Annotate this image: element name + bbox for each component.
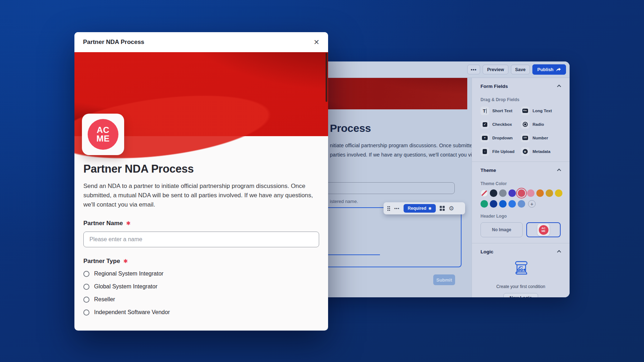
- drag-drop-fields-grid: TShort TextAbcLong Text✓CheckboxRadio▾Dr…: [480, 106, 561, 156]
- preview-button[interactable]: Preview: [483, 65, 508, 74]
- radio-circle-icon[interactable]: [83, 309, 89, 316]
- radio-option-label: Global System Integrator: [94, 283, 157, 290]
- logic-title: Logic: [480, 249, 493, 254]
- theme-color-label: Theme Color: [480, 181, 561, 186]
- save-button[interactable]: Save: [511, 65, 530, 74]
- checkbox-icon: ✓: [480, 120, 489, 129]
- logic-condition-illustration-icon: [512, 261, 530, 278]
- collapse-chevron-icon[interactable]: [557, 169, 561, 173]
- field-settings-gear-icon[interactable]: ⚙: [449, 205, 454, 212]
- theme-color-red-selected[interactable]: [518, 189, 525, 197]
- radio-circle-icon[interactable]: [83, 297, 89, 303]
- field-type-short-text[interactable]: TShort Text: [480, 106, 521, 115]
- form-fields-section-header[interactable]: Form Fields: [480, 82, 561, 90]
- field-type-checkbox[interactable]: ✓Checkbox: [480, 120, 521, 129]
- canvas-text-input[interactable]: [308, 182, 455, 194]
- field-type-number[interactable]: 123Number: [521, 134, 561, 142]
- theme-color-blue[interactable]: [499, 200, 507, 208]
- header-logo-label: Header Logo: [480, 214, 561, 219]
- theme-color-pink[interactable]: [527, 189, 535, 197]
- radio-option-label: Reseller: [94, 296, 115, 303]
- field-type-dropdown[interactable]: ▾Dropdown: [480, 134, 521, 142]
- theme-color-green[interactable]: [480, 200, 488, 208]
- theme-color-purple[interactable]: [508, 189, 516, 197]
- metadata-icon: M: [521, 147, 530, 156]
- theme-section-header[interactable]: Theme: [480, 166, 561, 174]
- theme-color-row-2: +: [480, 200, 561, 208]
- field-more-button[interactable]: •••: [394, 206, 400, 210]
- long-text-icon: Abc: [521, 106, 530, 115]
- theme-color-bright-blue[interactable]: [508, 200, 516, 208]
- section-divider: [472, 162, 570, 162]
- theme-color-black[interactable]: [490, 189, 497, 197]
- radio-option-label: Independent Software Vendor: [94, 309, 170, 316]
- theme-color-navy[interactable]: [490, 200, 497, 208]
- dropdown-icon: ▾: [480, 134, 489, 142]
- add-color-button[interactable]: +: [528, 200, 536, 208]
- partner-name-input[interactable]: [83, 232, 319, 247]
- required-toggle[interactable]: Required ✱: [404, 204, 436, 213]
- acme-logo-icon: AC ME: [88, 119, 118, 150]
- theme-title: Theme: [480, 168, 496, 173]
- section-divider: [472, 243, 570, 243]
- radio-circle-icon[interactable]: [83, 271, 89, 277]
- field-type-file-upload[interactable]: ↑File Upload: [480, 147, 521, 156]
- theme-color-none[interactable]: [480, 189, 488, 197]
- canvas-helper-text: istered name.: [330, 199, 358, 204]
- logic-empty-text: Create your first condition: [480, 284, 561, 289]
- modal-title: Partner NDA Process: [83, 39, 144, 46]
- canvas-form-title: Process: [330, 122, 371, 134]
- field-type-long-text[interactable]: AbcLong Text: [521, 106, 561, 115]
- radio-icon: [521, 120, 530, 129]
- field-toolbar: ••• Required ✱ ⚙: [384, 202, 465, 214]
- theme-color-amber[interactable]: [546, 189, 553, 197]
- partner-type-radio-option[interactable]: Reseller: [83, 296, 319, 303]
- acme-logo-thumbnail: AC ME: [537, 224, 550, 236]
- partner-type-radio-option[interactable]: Global System Integrator: [83, 283, 319, 291]
- short-text-icon: T: [480, 106, 489, 115]
- publish-button[interactable]: Publish: [532, 64, 566, 75]
- acme-logo-icon: AC ME: [539, 225, 548, 235]
- collapse-chevron-icon[interactable]: [557, 85, 561, 89]
- partner-type-radio-option[interactable]: Regional System Integrator: [83, 270, 319, 278]
- modal-scrollbar-thumb[interactable]: [326, 53, 327, 102]
- new-logic-button[interactable]: New Logic: [503, 293, 538, 297]
- more-options-button[interactable]: •••: [467, 65, 480, 74]
- drag-drop-label: Drag & Drop Fields: [480, 97, 561, 102]
- theme-color-light-blue[interactable]: [518, 200, 525, 208]
- radio-option-label: Regional System Integrator: [94, 271, 164, 277]
- partner-nda-modal: Partner NDA Process ✕ AC ME Partner NDA …: [74, 32, 328, 331]
- partner-type-radio-option[interactable]: Independent Software Vendor: [83, 308, 319, 316]
- collapse-chevron-icon[interactable]: [557, 250, 561, 254]
- modal-header: Partner NDA Process ✕: [74, 32, 328, 52]
- theme-color-row-1: [480, 189, 561, 197]
- partner-type-options: Regional System IntegratorGlobal System …: [83, 270, 319, 316]
- radio-circle-icon[interactable]: [83, 284, 89, 290]
- form-fields-title: Form Fields: [480, 84, 508, 89]
- builder-side-panel: Form Fields Drag & Drop Fields TShort Te…: [472, 78, 570, 297]
- logo-image-option-selected[interactable]: AC ME: [526, 222, 561, 237]
- partner-name-label: Partner Name ✱: [83, 220, 319, 227]
- acme-logo-card: AC ME: [82, 114, 124, 155]
- layout-grid-icon[interactable]: [440, 206, 445, 211]
- publish-arrow-icon: [556, 68, 561, 72]
- partner-type-label: Partner Type ✱: [83, 258, 319, 265]
- required-asterisk: ✱: [123, 258, 128, 264]
- canvas-form-description: nitiate official partnership program dis…: [330, 141, 481, 159]
- number-icon: 123: [521, 134, 530, 142]
- field-type-metadata[interactable]: MMetadata: [521, 147, 561, 156]
- theme-color-orange[interactable]: [536, 189, 544, 197]
- drag-handle-icon[interactable]: [387, 206, 390, 211]
- no-image-option[interactable]: No Image: [480, 222, 523, 237]
- close-icon[interactable]: ✕: [313, 39, 319, 46]
- required-asterisk: ✱: [126, 220, 131, 227]
- theme-color-gray[interactable]: [499, 189, 507, 197]
- canvas-submit-button[interactable]: Submit: [433, 274, 455, 285]
- theme-color-yellow[interactable]: [555, 189, 562, 197]
- field-type-radio[interactable]: Radio: [521, 120, 561, 129]
- logic-section-header[interactable]: Logic: [480, 248, 561, 256]
- file-upload-icon: ↑: [480, 147, 489, 156]
